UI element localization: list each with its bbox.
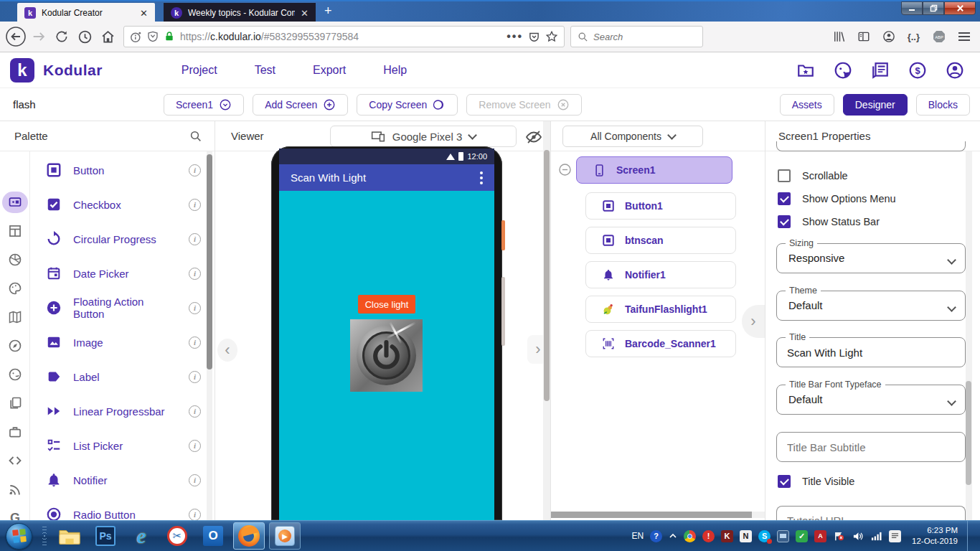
subtitle-input[interactable] [787, 433, 938, 461]
prop-theme-select[interactable]: Theme Default [776, 291, 966, 321]
designer-button[interactable]: Designer [843, 94, 908, 116]
overflow-menu-icon[interactable] [480, 171, 483, 184]
taskbar-firefox-icon[interactable] [233, 522, 265, 550]
taskbar-outlook-icon[interactable]: O [197, 522, 229, 550]
info-icon[interactable]: i [189, 233, 201, 245]
adblock-icon[interactable]: ABP [932, 29, 946, 44]
search-box[interactable] [570, 26, 703, 47]
tray-alert-icon[interactable]: ! [702, 530, 715, 542]
palette-item-radio-button[interactable]: Radio Buttoni [30, 497, 207, 520]
viewer-scrollbar[interactable] [543, 121, 550, 520]
taskbar-clock[interactable]: 6:23 PM 12-Oct-2019 [912, 525, 958, 547]
prop-tutorial-field[interactable] [776, 506, 966, 520]
palette-item-notifier[interactable]: Notifieri [30, 463, 207, 497]
copy-screen-button[interactable]: Copy Screen [357, 94, 458, 116]
tree-node-notifier1[interactable]: Notifier1 [585, 261, 736, 288]
checkbox-icon[interactable] [778, 192, 791, 205]
news-icon[interactable] [871, 61, 890, 80]
hide-markers-eye-icon[interactable] [525, 128, 542, 146]
category-utilities-icon[interactable] [0, 421, 30, 443]
category-dynamic-icon[interactable] [0, 450, 30, 471]
site-info-icon[interactable] [130, 31, 142, 43]
info-icon[interactable]: i [189, 302, 201, 314]
tab-kodular-creator[interactable]: k Kodular Creator ✕ [17, 3, 155, 23]
taskbar-explorer-icon[interactable] [54, 522, 85, 550]
reload-icon[interactable] [50, 25, 73, 48]
palette-item-button[interactable]: Buttoni [30, 153, 207, 187]
new-tab-button[interactable]: + [324, 4, 332, 17]
prop-title-field[interactable]: Title [776, 337, 966, 367]
palette-item-image[interactable]: Imagei [30, 325, 207, 359]
tray-journal-icon[interactable] [889, 530, 901, 542]
info-icon[interactable]: i [189, 474, 201, 486]
palette-item-circular-progress[interactable]: Circular Progressi [30, 222, 207, 256]
category-sensors-icon[interactable] [0, 335, 30, 357]
menu-help[interactable]: Help [383, 64, 407, 77]
language-indicator[interactable]: EN [631, 531, 644, 541]
info-icon[interactable]: i [189, 336, 201, 349]
palette-search-icon[interactable] [189, 130, 202, 143]
assets-button[interactable]: Assets [780, 94, 834, 116]
tree-node-screen1[interactable]: Screen1 [576, 156, 732, 184]
tray-volume-icon[interactable] [852, 530, 864, 542]
tab-close-icon[interactable]: ✕ [140, 8, 148, 19]
tree-node-button1[interactable]: Button1 [585, 192, 736, 220]
close-button[interactable] [944, 1, 976, 15]
power-button-image[interactable] [350, 319, 423, 392]
tree-node-btnscan[interactable]: btnscan [585, 227, 736, 254]
category-social-icon[interactable] [0, 364, 30, 385]
components-expand-chevron[interactable]: › [742, 305, 765, 338]
close-light-button[interactable]: Close light [358, 295, 415, 314]
info-icon[interactable]: i [189, 440, 201, 452]
prop-subtitle-field[interactable] [776, 432, 966, 462]
tree-node-barcode-scanner1[interactable]: Barcode_Scanner1 [585, 330, 736, 357]
taskbar-photoshop-icon[interactable]: Ps [90, 522, 121, 550]
library-icon[interactable] [832, 30, 845, 43]
tray-network-icon[interactable] [870, 530, 882, 542]
palette-item-linear-progressbar[interactable]: Linear Progressbari [30, 394, 207, 428]
category-maps-icon[interactable] [0, 306, 30, 328]
tray-chrome-icon[interactable] [684, 530, 696, 542]
category-google-icon[interactable]: G [0, 507, 30, 520]
components-hscrollbar[interactable] [551, 512, 765, 518]
back-icon[interactable] [4, 25, 27, 48]
blocks-button[interactable]: Blocks [916, 94, 970, 116]
account-icon[interactable] [882, 30, 895, 43]
pocket-icon[interactable] [528, 31, 540, 43]
checkbox-icon[interactable] [778, 475, 791, 488]
monetize-icon[interactable]: $ [908, 61, 927, 80]
tray-kaspersky-icon[interactable]: K [721, 530, 733, 542]
info-icon[interactable]: i [189, 371, 201, 383]
info-icon[interactable]: i [189, 405, 201, 418]
menu-hamburger-icon[interactable] [958, 32, 970, 41]
tutorial-url-input[interactable] [787, 512, 938, 520]
screen-selector-button[interactable]: Screen1 [164, 94, 244, 116]
prop-scrollable[interactable]: Scrollable [778, 169, 848, 182]
search-input[interactable] [593, 32, 687, 42]
sidebars-icon[interactable] [857, 30, 870, 43]
tree-node-taifunflashlight1[interactable]: TaifunFlashlight1 [585, 296, 736, 323]
minimize-button[interactable] [901, 1, 923, 15]
tracking-shield-icon[interactable] [147, 31, 159, 42]
tray-display-icon[interactable] [777, 530, 789, 542]
prop-show-status-bar[interactable]: Show Status Bar [778, 215, 880, 228]
components-filter-button[interactable]: All Components [562, 126, 703, 147]
forward-icon[interactable] [27, 25, 50, 48]
bookmark-star-icon[interactable] [545, 30, 558, 43]
taskbar-snipping-tool-icon[interactable]: ✂ [161, 522, 193, 550]
add-screen-button[interactable]: Add Screen [253, 94, 348, 116]
tab-weekly-topics[interactable]: k Weekly topics - Kodular Comm ✕ [164, 3, 316, 23]
title-input[interactable] [787, 338, 938, 367]
category-user-interface-icon[interactable] [0, 192, 30, 213]
url-text[interactable]: https://c.kodular.io/#5832995539779584 [180, 31, 501, 42]
prop-typeface-select[interactable]: Title Bar Font Typeface Default [776, 385, 966, 415]
tab-close-icon[interactable]: ✕ [301, 8, 308, 19]
checkbox-icon[interactable] [778, 169, 791, 182]
palette-item-label[interactable]: Labeli [30, 359, 207, 394]
checkbox-icon[interactable] [778, 215, 791, 228]
page-actions-icon[interactable]: ••• [507, 30, 523, 43]
info-icon[interactable]: i [189, 164, 201, 176]
palette-item-date-picker[interactable]: Date Pickeri [30, 256, 207, 291]
history-icon[interactable] [73, 25, 96, 48]
palette-scrollbar[interactable] [207, 151, 212, 520]
